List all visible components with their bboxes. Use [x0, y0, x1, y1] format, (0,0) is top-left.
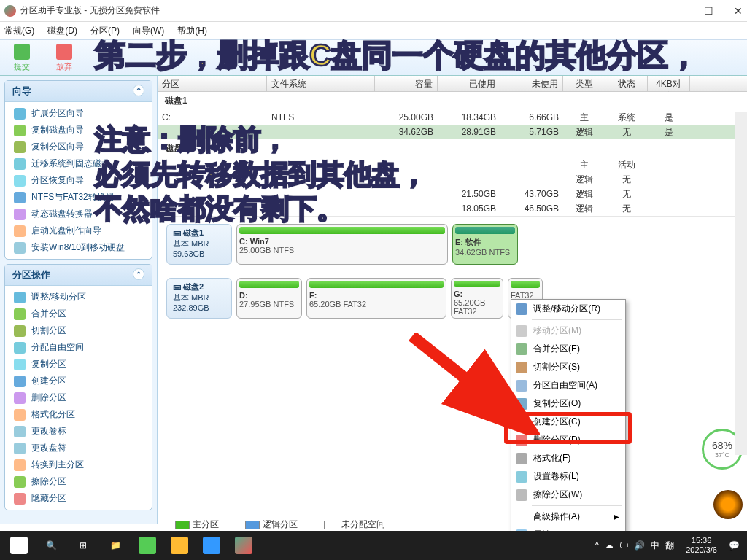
- ops-item-8[interactable]: 更改卷标: [5, 423, 152, 440]
- col-type[interactable]: 类型: [563, 76, 605, 91]
- legend-logical-label: 逻辑分区: [263, 519, 298, 529]
- chevron-right-icon: ▶: [614, 513, 619, 521]
- ctx-icon: [516, 489, 527, 501]
- tray-app-icon[interactable]: [713, 490, 743, 519]
- ctx-label: 复制分区(O): [533, 397, 581, 410]
- wizard-item-0[interactable]: 扩展分区向导: [5, 105, 152, 122]
- col-filesystem[interactable]: 文件系统: [267, 76, 375, 91]
- tray-display-icon[interactable]: 🖵: [619, 540, 628, 551]
- ctx-item-11[interactable]: 高级操作(A)▶: [511, 508, 625, 526]
- explorer-button[interactable]: 📁: [99, 531, 131, 560]
- scrollbar[interactable]: [735, 112, 747, 455]
- commit-button[interactable]: 提交: [4, 44, 39, 72]
- notification-button[interactable]: 💬: [729, 540, 740, 551]
- ctx-item-3[interactable]: 切割分区(S): [511, 358, 625, 376]
- ctx-label: 删除分区(D): [533, 434, 581, 446]
- nav-label: 分配自由空间: [31, 341, 84, 354]
- collapse-icon[interactable]: ⌃: [133, 85, 144, 96]
- disk-header[interactable]: 磁盘1: [158, 92, 747, 110]
- disk-map: 🖴 磁盘1基本 MBR59.63GBC: Win725.00GB NTFSE: …: [158, 216, 747, 524]
- ops-item-1[interactable]: 合并分区: [5, 306, 152, 322]
- menu-general[interactable]: 常规(G): [4, 25, 34, 37]
- close-button[interactable]: ✕: [734, 5, 743, 17]
- ctx-item-1[interactable]: 移动分区(M): [511, 322, 625, 340]
- ops-item-7[interactable]: 格式化分区: [5, 406, 152, 423]
- disk-map-partition[interactable]: F:65.20GB FAT32: [306, 278, 446, 319]
- col-used[interactable]: 已使用: [438, 76, 500, 91]
- ctx-label: 切割分区(S): [533, 361, 580, 373]
- maximize-button[interactable]: ☐: [704, 5, 713, 17]
- ops-item-5[interactable]: 创建分区: [5, 373, 152, 389]
- start-button[interactable]: [3, 531, 35, 560]
- ops-item-3[interactable]: 分配自由空间: [5, 339, 152, 356]
- ctx-item-7[interactable]: 删除分区(D): [511, 431, 625, 449]
- nav-label: 转换到主分区: [31, 459, 84, 471]
- nav-label: 切割分区: [31, 324, 66, 337]
- col-4k[interactable]: 4KB对齐: [648, 76, 690, 91]
- col-status[interactable]: 状态: [605, 76, 648, 91]
- nav-label: 更改盘符: [31, 442, 66, 454]
- nav-icon: [14, 409, 26, 421]
- ops-item-10[interactable]: 转换到主分区: [5, 456, 152, 473]
- search-button[interactable]: 🔍: [35, 531, 67, 560]
- disk-map-partition[interactable]: C: Win725.00GB NTFS: [236, 224, 448, 265]
- nav-icon: [14, 476, 26, 488]
- ctx-item-8[interactable]: 格式化(F): [511, 449, 625, 467]
- ctx-label: 创建分区(C): [533, 416, 581, 428]
- taskbar-app3[interactable]: [196, 531, 228, 560]
- ops-item-11[interactable]: 擦除分区: [5, 473, 152, 490]
- ctx-item-2[interactable]: 合并分区(E): [511, 340, 625, 358]
- nav-label: 删除分区: [31, 392, 66, 404]
- col-partition[interactable]: 分区: [158, 76, 267, 91]
- menu-wizard[interactable]: 向导(W): [133, 25, 164, 37]
- taskbar-app2[interactable]: [163, 531, 196, 560]
- menu-help[interactable]: 帮助(H): [177, 25, 207, 37]
- nav-label: 安装Win8/10到移动硬盘: [31, 241, 125, 254]
- menu-disk[interactable]: 磁盘(D): [47, 25, 77, 37]
- menu-partition[interactable]: 分区(P): [90, 25, 120, 37]
- tray-ime-icon[interactable]: 中: [651, 540, 659, 552]
- app-title: 分区助手专业版 - 无损分区免费软件: [20, 4, 160, 17]
- ops-item-0[interactable]: 调整/移动分区: [5, 289, 152, 306]
- ctx-item-0[interactable]: 调整/移动分区(R): [511, 300, 625, 318]
- ops-item-2[interactable]: 切割分区: [5, 322, 152, 339]
- ops-item-9[interactable]: 更改盘符: [5, 440, 152, 456]
- ops-item-4[interactable]: 复制分区: [5, 356, 152, 373]
- disk-map-disk[interactable]: 🖴 磁盘2基本 MBR232.89GB: [166, 278, 232, 319]
- tray-cloud-icon[interactable]: ☁: [605, 540, 614, 551]
- tray-ime2-icon[interactable]: 翻: [665, 540, 674, 552]
- ops-item-12[interactable]: 隐藏分区: [5, 490, 152, 507]
- wizard-item-8[interactable]: 安装Win8/10到移动硬盘: [5, 239, 152, 256]
- taskbar-app1[interactable]: [131, 531, 163, 560]
- tray-volume-icon[interactable]: 🔊: [634, 540, 645, 551]
- disk-map-partition[interactable]: E: 软件34.62GB NTFS: [452, 224, 518, 265]
- nav-icon: [14, 392, 26, 404]
- tray-up-icon[interactable]: ^: [595, 540, 600, 551]
- ctx-icon: [516, 303, 527, 315]
- ctx-item-5[interactable]: 复制分区(O): [511, 394, 625, 413]
- ctx-label: 格式化(F): [533, 452, 570, 464]
- ctx-item-4[interactable]: 分区自由空间(A): [511, 376, 625, 394]
- minimize-button[interactable]: —: [673, 5, 684, 17]
- taskbar-clock[interactable]: 15:362020/3/6: [686, 536, 717, 555]
- ops-item-6[interactable]: 删除分区: [5, 389, 152, 406]
- taskbar-app4[interactable]: [228, 531, 260, 560]
- disk-map-partition[interactable]: D:27.95GB NTFS: [236, 278, 302, 319]
- ctx-item-9[interactable]: 设置卷标(L): [511, 467, 625, 486]
- disk-map-partition[interactable]: G:65.20GB FAT32: [451, 278, 503, 319]
- ctx-label: 合并分区(E): [533, 343, 580, 355]
- ctx-item-10[interactable]: 擦除分区(W): [511, 486, 625, 504]
- ctx-icon: [516, 471, 527, 483]
- discard-button[interactable]: 放弃: [47, 44, 82, 72]
- col-capacity[interactable]: 容量: [375, 76, 438, 91]
- overlay-step: 第二步，删掉跟C盘同一个硬盘的其他分区，: [95, 36, 699, 75]
- col-free[interactable]: 未使用: [500, 76, 563, 91]
- ctx-icon: [516, 325, 527, 337]
- taskbar: 🔍 ⊞ 📁 ^ ☁ 🖵 🔊 中 翻 15:362020/3/6 💬: [0, 531, 747, 560]
- nav-icon: [14, 225, 26, 237]
- ctx-item-6[interactable]: 创建分区(C): [511, 413, 625, 431]
- collapse-icon[interactable]: ⌃: [133, 268, 144, 280]
- nav-label: 分区恢复向导: [31, 174, 84, 187]
- disk-map-disk[interactable]: 🖴 磁盘1基本 MBR59.63GB: [166, 224, 232, 265]
- task-view-button[interactable]: ⊞: [67, 531, 99, 560]
